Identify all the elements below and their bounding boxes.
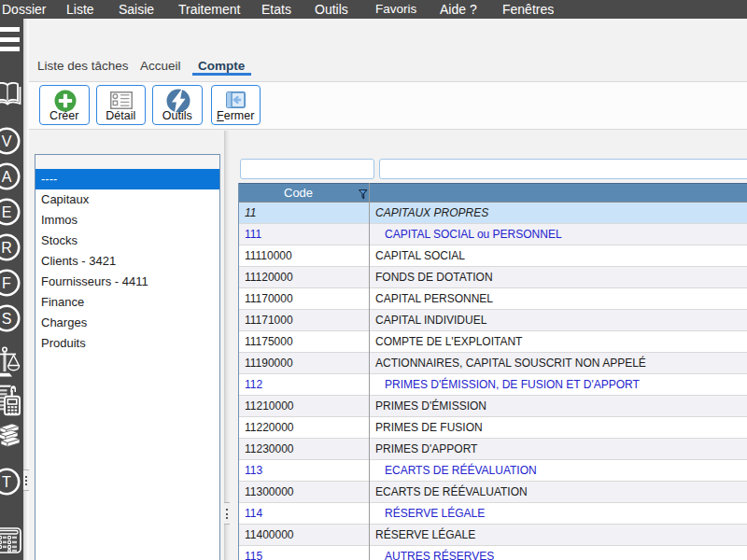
svg-text:T: T (2, 474, 11, 490)
svg-text:A: A (2, 168, 12, 184)
svg-text:S: S (2, 310, 12, 326)
svg-text:E: E (2, 203, 12, 219)
svg-text:F: F (2, 274, 11, 290)
svg-text:R: R (1, 239, 12, 255)
svg-text:V: V (2, 133, 12, 148)
